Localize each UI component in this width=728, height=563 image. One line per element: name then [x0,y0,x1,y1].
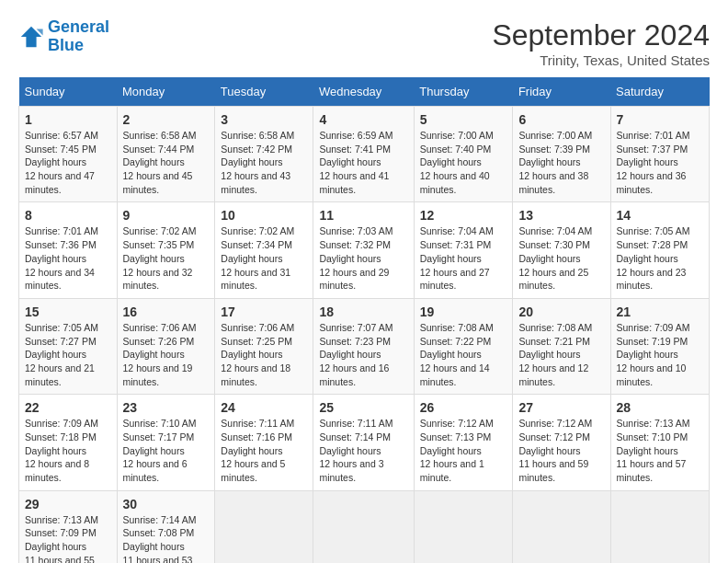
page-subtitle: Trinity, Texas, United States [492,52,710,68]
day-number: 26 [420,400,507,415]
day-info: Sunrise: 7:09 AMSunset: 7:18 PMDaylight … [25,417,111,484]
header-saturday: Saturday [610,77,709,107]
table-cell [610,490,709,563]
day-info: Sunrise: 7:03 AMSunset: 7:32 PMDaylight … [319,224,407,292]
day-info: Sunrise: 7:00 AMSunset: 7:40 PMDaylight … [420,129,507,196]
day-number: 8 [25,208,111,223]
day-number: 13 [518,208,604,223]
day-info: Sunrise: 7:14 AMSunset: 7:08 PMDaylight … [123,513,210,563]
table-cell: 18Sunrise: 7:07 AMSunset: 7:23 PMDayligh… [313,298,414,394]
day-number: 27 [518,400,604,415]
header-monday: Monday [117,77,215,107]
day-number: 9 [123,208,210,223]
day-number: 15 [25,304,111,319]
table-row: 1Sunrise: 6:57 AMSunset: 7:45 PMDaylight… [19,107,710,202]
day-info: Sunrise: 7:12 AMSunset: 7:12 PMDaylight … [518,417,604,484]
day-info: Sunrise: 7:13 AMSunset: 7:10 PMDaylight … [617,417,703,484]
day-number: 1 [25,112,111,127]
table-cell: 30Sunrise: 7:14 AMSunset: 7:08 PMDayligh… [117,490,215,563]
day-info: Sunrise: 7:02 AMSunset: 7:34 PMDaylight … [221,224,307,292]
day-number: 23 [123,400,210,415]
table-cell: 22Sunrise: 7:09 AMSunset: 7:18 PMDayligh… [19,395,118,490]
day-info: Sunrise: 7:10 AMSunset: 7:17 PMDaylight … [123,417,210,484]
table-row: 8Sunrise: 7:01 AMSunset: 7:36 PMDaylight… [19,202,710,298]
header-friday: Friday [513,77,610,107]
table-cell: 2Sunrise: 6:58 AMSunset: 7:44 PMDaylight… [117,107,215,202]
day-info: Sunrise: 7:06 AMSunset: 7:26 PMDaylight … [123,321,210,388]
day-number: 24 [221,400,307,415]
day-info: Sunrise: 7:02 AMSunset: 7:35 PMDaylight … [123,224,210,292]
day-number: 4 [319,112,407,127]
day-number: 5 [420,112,507,127]
day-number: 16 [123,304,210,319]
calendar-table: Sunday Monday Tuesday Wednesday Thursday… [18,77,710,563]
table-cell: 9Sunrise: 7:02 AMSunset: 7:35 PMDaylight… [117,202,215,298]
table-cell: 7Sunrise: 7:01 AMSunset: 7:37 PMDaylight… [610,107,709,202]
calendar-header-row: Sunday Monday Tuesday Wednesday Thursday… [19,77,710,107]
day-number: 2 [123,112,210,127]
day-info: Sunrise: 7:01 AMSunset: 7:37 PMDaylight … [617,129,703,196]
day-info: Sunrise: 6:58 AMSunset: 7:42 PMDaylight … [221,129,307,196]
day-number: 6 [518,112,604,127]
day-info: Sunrise: 7:11 AMSunset: 7:16 PMDaylight … [221,417,307,484]
day-number: 3 [221,112,307,127]
page-title: September 2024 [492,18,710,52]
table-cell: 15Sunrise: 7:05 AMSunset: 7:27 PMDayligh… [19,298,118,394]
header-thursday: Thursday [414,77,513,107]
day-info: Sunrise: 7:12 AMSunset: 7:13 PMDaylight … [420,417,507,484]
table-cell: 5Sunrise: 7:00 AMSunset: 7:40 PMDaylight… [414,107,513,202]
day-number: 20 [518,304,604,319]
table-cell: 11Sunrise: 7:03 AMSunset: 7:32 PMDayligh… [313,202,414,298]
table-cell: 28Sunrise: 7:13 AMSunset: 7:10 PMDayligh… [610,395,709,490]
day-info: Sunrise: 6:59 AMSunset: 7:41 PMDaylight … [319,129,407,196]
day-info: Sunrise: 7:11 AMSunset: 7:14 PMDaylight … [319,417,407,484]
day-info: Sunrise: 7:06 AMSunset: 7:25 PMDaylight … [221,321,307,388]
table-cell: 3Sunrise: 6:58 AMSunset: 7:42 PMDaylight… [215,107,313,202]
day-number: 29 [25,497,111,511]
table-cell: 27Sunrise: 7:12 AMSunset: 7:12 PMDayligh… [513,395,610,490]
day-info: Sunrise: 7:07 AMSunset: 7:23 PMDaylight … [319,321,407,388]
day-number: 19 [420,304,507,319]
day-info: Sunrise: 7:13 AMSunset: 7:09 PMDaylight … [25,513,111,563]
table-cell: 19Sunrise: 7:08 AMSunset: 7:22 PMDayligh… [414,298,513,394]
table-cell: 6Sunrise: 7:00 AMSunset: 7:39 PMDaylight… [513,107,610,202]
day-number: 14 [617,208,703,223]
day-number: 10 [221,208,307,223]
table-cell: 13Sunrise: 7:04 AMSunset: 7:30 PMDayligh… [513,202,610,298]
day-number: 22 [25,400,111,415]
table-row: 29Sunrise: 7:13 AMSunset: 7:09 PMDayligh… [19,490,710,563]
table-cell: 25Sunrise: 7:11 AMSunset: 7:14 PMDayligh… [313,395,414,490]
day-info: Sunrise: 7:05 AMSunset: 7:27 PMDaylight … [25,321,111,388]
day-info: Sunrise: 7:08 AMSunset: 7:22 PMDaylight … [420,321,507,388]
table-cell: 17Sunrise: 7:06 AMSunset: 7:25 PMDayligh… [215,298,313,394]
day-number: 18 [319,304,407,319]
table-cell: 20Sunrise: 7:08 AMSunset: 7:21 PMDayligh… [513,298,610,394]
table-cell [513,490,610,563]
day-info: Sunrise: 7:04 AMSunset: 7:31 PMDaylight … [420,224,507,292]
table-cell [215,490,313,563]
title-block: September 2024 Trinity, Texas, United St… [492,18,710,68]
table-cell: 23Sunrise: 7:10 AMSunset: 7:17 PMDayligh… [117,395,215,490]
table-cell: 4Sunrise: 6:59 AMSunset: 7:41 PMDaylight… [313,107,414,202]
header-tuesday: Tuesday [215,77,313,107]
table-cell: 1Sunrise: 6:57 AMSunset: 7:45 PMDaylight… [19,107,118,202]
day-info: Sunrise: 6:58 AMSunset: 7:44 PMDaylight … [123,129,210,196]
table-cell: 16Sunrise: 7:06 AMSunset: 7:26 PMDayligh… [117,298,215,394]
table-cell [414,490,513,563]
day-number: 17 [221,304,307,319]
table-cell: 21Sunrise: 7:09 AMSunset: 7:19 PMDayligh… [610,298,709,394]
day-number: 7 [617,112,703,127]
day-info: Sunrise: 7:05 AMSunset: 7:28 PMDaylight … [617,224,703,292]
day-number: 11 [319,208,407,223]
day-info: Sunrise: 7:09 AMSunset: 7:19 PMDaylight … [617,321,703,388]
page-header: General Blue September 2024 Trinity, Tex… [18,18,710,68]
logo-icon [18,24,44,50]
table-cell: 29Sunrise: 7:13 AMSunset: 7:09 PMDayligh… [19,490,118,563]
day-number: 12 [420,208,507,223]
header-sunday: Sunday [19,77,118,107]
day-info: Sunrise: 7:08 AMSunset: 7:21 PMDaylight … [518,321,604,388]
header-wednesday: Wednesday [313,77,414,107]
table-cell: 14Sunrise: 7:05 AMSunset: 7:28 PMDayligh… [610,202,709,298]
logo-text: General Blue [48,18,109,55]
table-cell: 12Sunrise: 7:04 AMSunset: 7:31 PMDayligh… [414,202,513,298]
